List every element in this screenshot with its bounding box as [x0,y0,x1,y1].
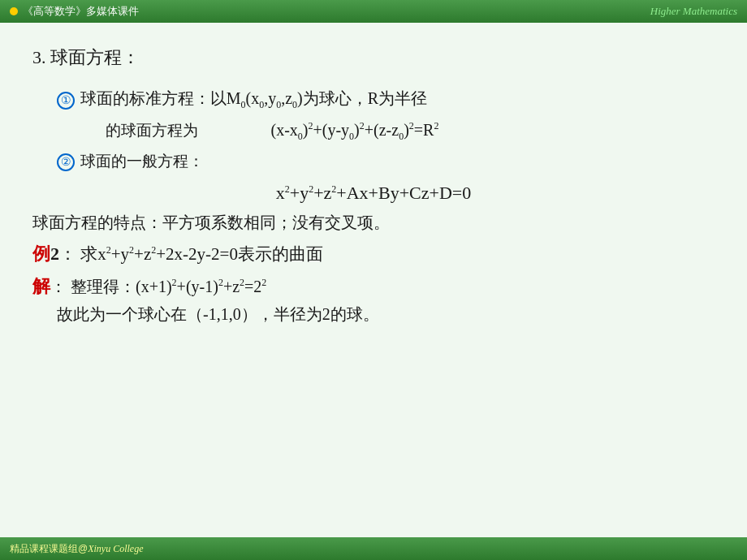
item1-pre-text: 的球面方程为 [106,122,198,139]
footer-left: 精品课程课题组@ [10,542,88,556]
solution-label: 解 [32,276,50,296]
solution-line1: 解： 整理得：(x+1)2+(y-1)2+z2=22 [32,274,715,299]
item1-standard-formula: (x-x0)2+(y-y0)2+(z-z0)2=R2 [271,121,439,139]
header-subtitle: Higher Mathematics [650,5,737,18]
section-title: 3. 球面方程： [32,45,715,70]
general-formula: x2+y2+z2+Ax+By+Cz+D=0 [32,183,715,204]
example-num: 2 [50,243,59,264]
example-text: 求x2+y2+z2+2x-2y-2=0表示的曲面 [80,244,323,264]
item1-line2: 的球面方程为 (x-x0)2+(y-y0)2+(z-z0)2=R2 [57,116,715,144]
item1-circle: ① [57,92,75,110]
example-colon: ： [59,244,76,264]
solution-text1: 整理得：(x+1)2+(y-1)2+z2=22 [71,278,266,295]
solution-block: 解： 整理得：(x+1)2+(y-1)2+z2=22 故此为一个球心在（-1,1… [32,274,715,325]
solution-line2: 故此为一个球心在（-1,1,0），半径为2的球。 [32,304,715,325]
example-label: 例 [32,243,50,264]
item2-circle: ② [57,153,75,171]
footer-bar: 精品课程课题组@ Xinyu College [0,537,747,560]
general-formula-text: x2+y2+z2+Ax+By+Cz+D=0 [276,183,472,203]
footer-right: Xinyu College [88,543,143,555]
solution-colon: ： [50,278,67,295]
item2-text: 球面的一般方程： [80,153,204,170]
item2-line1: ② 球面的一般方程： [57,149,715,174]
item2-block: ② 球面的一般方程： [32,149,715,174]
header-title: 《高等数学》多媒体课件 [10,4,139,19]
header-bar: 《高等数学》多媒体课件 Higher Mathematics [0,0,747,23]
main-content: 3. 球面方程： ① 球面的标准方程：以M0(x0,y0,z0)为球心，R为半径… [0,23,747,537]
item1-block: ① 球面的标准方程：以M0(x0,y0,z0)为球心，R为半径 的球面方程为 (… [32,84,715,145]
header-title-text: 《高等数学》多媒体课件 [23,4,139,19]
item1-text: 球面的标准方程：以M0(x0,y0,z0)为球心，R为半径 [80,89,427,107]
item1-line1: ① 球面的标准方程：以M0(x0,y0,z0)为球心，R为半径 [57,84,715,113]
header-dot [10,7,18,15]
feature-text: 球面方程的特点：平方项系数相同；没有交叉项。 [32,213,390,231]
solution-text2: 故此为一个球心在（-1,1,0），半径为2的球。 [57,305,379,323]
example-line: 例2： 求x2+y2+z2+2x-2y-2=0表示的曲面 [32,242,715,266]
feature-line: 球面方程的特点：平方项系数相同；没有交叉项。 [32,212,715,234]
